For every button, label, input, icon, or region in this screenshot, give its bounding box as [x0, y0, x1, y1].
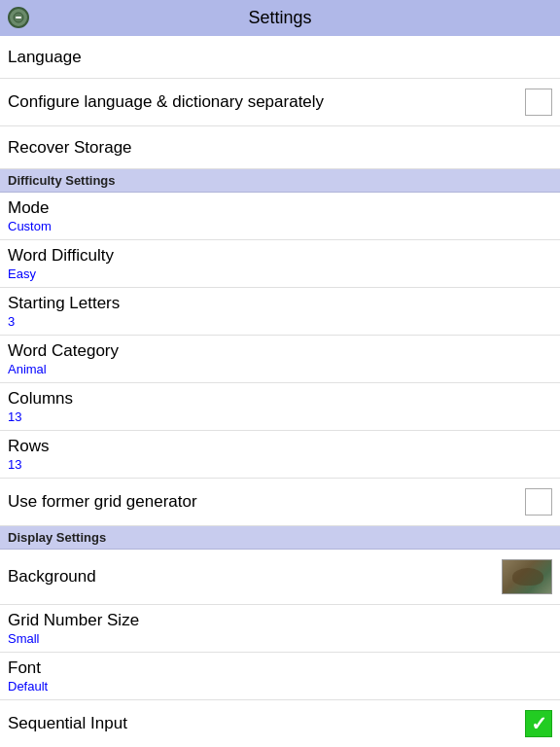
background-thumbnail[interactable] [502, 559, 552, 594]
use-former-grid-row[interactable]: Use former grid generator [0, 479, 560, 526]
sequential-input-row[interactable]: Sequential Input ✓ [0, 700, 560, 747]
columns-value: 13 [8, 409, 552, 424]
columns-label: Columns [8, 389, 552, 409]
svg-rect-1 [16, 17, 21, 18]
use-former-grid-checkbox[interactable] [525, 488, 552, 516]
configure-language-row[interactable]: Configure language & dictionary separate… [0, 79, 560, 126]
word-difficulty-row[interactable]: Word Difficulty Easy [0, 240, 560, 288]
configure-language-label: Configure language & dictionary separate… [8, 92, 324, 112]
display-section-header: Display Settings [0, 526, 560, 550]
rows-row[interactable]: Rows 13 [0, 431, 560, 479]
font-value: Default [8, 679, 552, 694]
grid-number-size-value: Small [8, 631, 552, 646]
mode-value: Custom [8, 219, 552, 233]
sequential-input-checkbox[interactable]: ✓ [525, 710, 552, 737]
background-row[interactable]: Background [0, 550, 560, 605]
columns-row[interactable]: Columns 13 [0, 383, 560, 431]
configure-language-checkbox[interactable] [525, 89, 552, 116]
starting-letters-row[interactable]: Starting Letters 3 [0, 288, 560, 336]
sequential-input-label: Sequential Input [8, 714, 127, 733]
title-bar: Settings [0, 0, 560, 36]
rows-value: 13 [8, 457, 552, 472]
language-row[interactable]: Language [0, 36, 560, 79]
word-category-value: Animal [8, 362, 552, 376]
use-former-grid-label: Use former grid generator [8, 492, 197, 512]
rows-label: Rows [8, 437, 552, 456]
font-label: Font [8, 658, 552, 678]
difficulty-section-header: Difficulty Settings [0, 169, 560, 193]
mode-label: Mode [8, 198, 552, 218]
word-category-row[interactable]: Word Category Animal [0, 336, 560, 383]
starting-letters-label: Starting Letters [8, 294, 552, 313]
background-label: Background [8, 567, 96, 587]
mode-row[interactable]: Mode Custom [0, 193, 560, 240]
sequential-input-checkmark: ✓ [531, 714, 547, 733]
word-difficulty-value: Easy [8, 267, 552, 281]
grid-number-size-label: Grid Number Size [8, 611, 552, 630]
grid-number-size-row[interactable]: Grid Number Size Small [0, 605, 560, 653]
word-category-label: Word Category [8, 341, 552, 361]
page-title: Settings [248, 8, 311, 27]
language-label: Language [8, 48, 82, 67]
starting-letters-value: 3 [8, 314, 552, 329]
font-row[interactable]: Font Default [0, 653, 560, 700]
word-difficulty-label: Word Difficulty [8, 246, 552, 266]
back-button[interactable] [8, 7, 31, 30]
recover-storage-label: Recover Storage [8, 138, 132, 158]
recover-storage-row[interactable]: Recover Storage [0, 126, 560, 169]
